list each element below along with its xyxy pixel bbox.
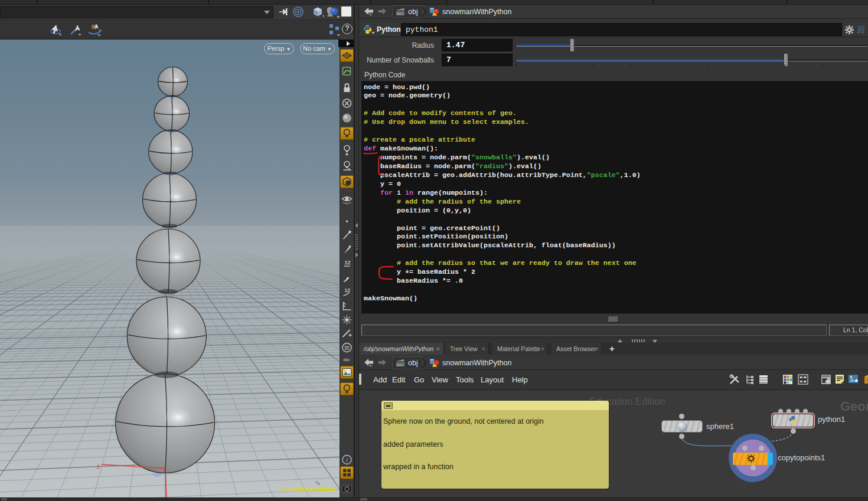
svg-text:abc: abc bbox=[343, 358, 350, 362]
svg-text:Education Edition: Education Edition bbox=[280, 486, 336, 493]
svg-text:12: 12 bbox=[345, 260, 351, 266]
svg-text:i: i bbox=[346, 457, 348, 463]
svg-text:12: 12 bbox=[345, 287, 351, 293]
svg-text:z: z bbox=[97, 463, 100, 470]
